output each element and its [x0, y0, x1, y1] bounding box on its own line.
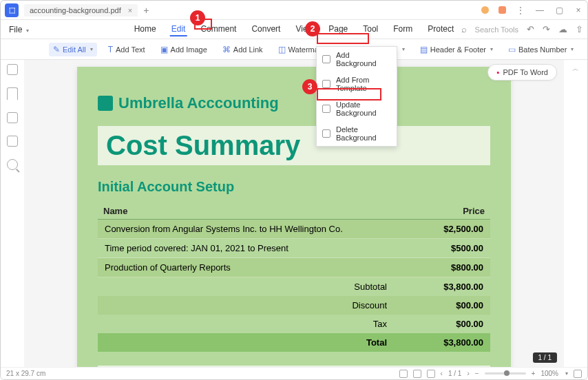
- menu-edit[interactable]: Edit: [170, 23, 187, 36]
- page-number[interactable]: 1 / 1: [448, 370, 461, 377]
- trash-icon: [322, 129, 330, 138]
- thumbnails-icon[interactable]: [7, 64, 18, 75]
- search-icon[interactable]: ⌕: [461, 24, 467, 34]
- callout-1: 1: [190, 10, 205, 25]
- layout-icon[interactable]: [413, 370, 421, 378]
- table-row: Conversion from Angular Systems Inc. to …: [98, 220, 490, 239]
- tab-title: accounting-background.pdf: [30, 6, 121, 14]
- zoom-value[interactable]: 100%: [540, 370, 558, 377]
- image-icon: ▣: [160, 45, 168, 54]
- accent-icon-2[interactable]: [498, 6, 506, 14]
- bates-icon: ▭: [508, 45, 516, 54]
- callout-2: 2: [305, 21, 320, 36]
- accent-icon[interactable]: [481, 6, 489, 14]
- cost-table: NamePrice Conversion from Angular System…: [98, 203, 490, 352]
- table-row: Time period covered: JAN 01, 2021 to Pre…: [98, 239, 490, 258]
- menu-home[interactable]: Home: [133, 23, 158, 36]
- watermark-icon: ◫: [278, 45, 286, 54]
- page-dimensions: 21 x 29.7 cm: [6, 370, 45, 377]
- pdf-page: Umbrella Acccounting Cost Summary Initia…: [77, 67, 511, 367]
- search-input[interactable]: Search Tools: [475, 25, 518, 34]
- discount-row: Discount$00.00: [98, 296, 490, 315]
- cloud-icon[interactable]: ☁: [558, 24, 567, 34]
- edit-all-button[interactable]: ✎Edit All▾: [49, 43, 97, 56]
- bates-number-button[interactable]: ▭Bates Number▾: [504, 43, 578, 56]
- callout-3: 3: [302, 79, 317, 94]
- more-icon[interactable]: ⋮: [516, 6, 525, 15]
- callout-2-box: [317, 33, 369, 44]
- upload-icon[interactable]: ⇧: [576, 24, 583, 34]
- link-icon: ⌘: [222, 45, 231, 54]
- read-button[interactable]: Read: [585, 43, 588, 56]
- close-icon[interactable]: ×: [574, 6, 583, 15]
- minimize-icon[interactable]: —: [535, 6, 545, 15]
- pdf-icon: ▪: [496, 68, 499, 76]
- menu-form[interactable]: Form: [392, 23, 414, 36]
- header-footer-button[interactable]: ▤Header & Footer▾: [416, 43, 497, 56]
- text-icon: T: [108, 45, 113, 54]
- new-tab-button[interactable]: +: [143, 5, 149, 16]
- menu-protect[interactable]: Protect: [426, 23, 455, 36]
- pencil-icon: ✎: [53, 45, 60, 54]
- table-row: Production of Quarterly Reports$800.00: [98, 258, 490, 277]
- zoom-thumb[interactable]: [504, 370, 510, 376]
- rotate-icon[interactable]: [427, 370, 435, 378]
- next-page-button[interactable]: ›: [467, 370, 469, 377]
- callout-3-box: [317, 88, 381, 101]
- document-tab[interactable]: accounting-background.pdf ×: [24, 4, 138, 17]
- pdf-to-word-button[interactable]: ▪ PDF To Word: [487, 64, 557, 81]
- page-indicator: 1 / 1: [533, 352, 557, 363]
- layers-icon[interactable]: [7, 136, 18, 147]
- zoom-out-button[interactable]: −: [475, 370, 479, 377]
- dropdown-add-background[interactable]: Add Background: [317, 47, 397, 72]
- menu-convert[interactable]: Convert: [250, 23, 282, 36]
- zoom-slider[interactable]: [485, 372, 526, 374]
- total-row: Total$3,800.00: [98, 333, 490, 352]
- section-heading: Initial Account Setup: [98, 179, 490, 195]
- undo-icon[interactable]: ↶: [527, 24, 534, 34]
- subtotal-row: Subtotal$3,800.00: [98, 277, 490, 296]
- hand-tool-icon[interactable]: [399, 370, 408, 378]
- template-icon: [322, 80, 330, 88]
- attachments-icon[interactable]: [7, 112, 18, 123]
- brand-logo-icon: [98, 96, 113, 111]
- maximize-icon[interactable]: ▢: [554, 6, 564, 15]
- add-image-button[interactable]: ▣Add Image: [156, 43, 211, 56]
- search-panel-icon[interactable]: [7, 159, 18, 170]
- dropdown-delete-background[interactable]: Delete Background: [317, 121, 397, 146]
- redo-icon[interactable]: ↷: [543, 24, 550, 34]
- add-link-button[interactable]: ⌘Add Link: [218, 43, 267, 56]
- document-viewport[interactable]: Umbrella Acccounting Cost Summary Initia…: [24, 60, 564, 367]
- prev-page-button[interactable]: ‹: [441, 370, 443, 377]
- doc-title: Cost Summary: [98, 126, 490, 165]
- zoom-in-button[interactable]: +: [532, 370, 536, 377]
- tax-row: Tax$00.00: [98, 315, 490, 333]
- refresh-icon: [322, 105, 330, 113]
- header-footer-icon: ▤: [420, 45, 428, 54]
- plus-icon: [322, 55, 330, 63]
- bookmark-icon[interactable]: [7, 87, 18, 100]
- app-icon[interactable]: ⬚: [5, 3, 19, 17]
- fit-page-icon[interactable]: [574, 370, 582, 378]
- file-menu[interactable]: File ▾: [5, 22, 33, 37]
- scroll-up-icon[interactable]: ︿: [572, 64, 579, 74]
- close-tab-icon[interactable]: ×: [128, 6, 132, 14]
- brand-header: Umbrella Acccounting: [98, 94, 490, 112]
- add-text-button[interactable]: TAdd Text: [104, 43, 149, 56]
